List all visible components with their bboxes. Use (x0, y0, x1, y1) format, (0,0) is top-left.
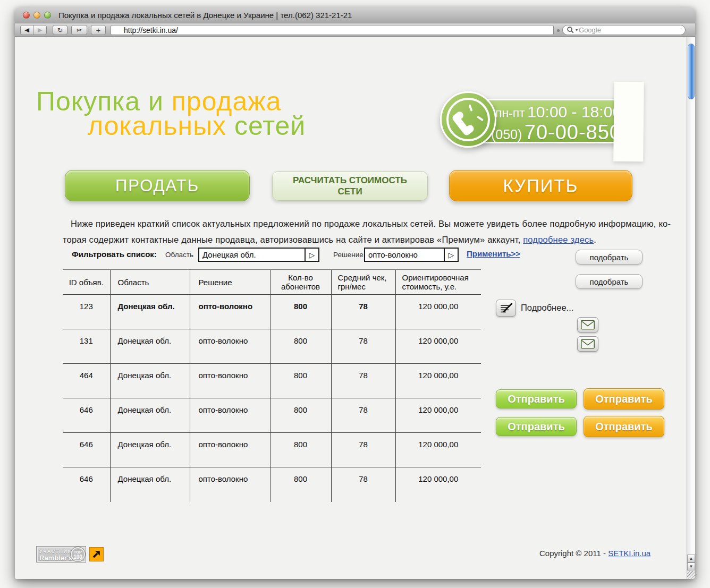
url-input[interactable] (111, 26, 553, 35)
header-cost: Ориентировочная стоимость, у.е. (395, 270, 481, 295)
send-button-green-1[interactable]: Отправить (496, 389, 577, 408)
send-button-green-2[interactable]: Отправить (496, 417, 577, 436)
table-row[interactable]: 646 Донецкая обл. опто-волокно 800 78 12… (63, 433, 481, 467)
details-label: Подробнее... (521, 303, 573, 313)
filter-label: Фильтровать список: (72, 250, 157, 259)
phone-icon-circle (440, 91, 496, 148)
work-time: 10:00 - 18:00 (527, 103, 621, 121)
send-button-orange-1[interactable]: Отправить (584, 388, 664, 410)
minimize-button[interactable] (33, 12, 40, 19)
details-button[interactable] (496, 300, 516, 317)
phone-prefix: (050) (491, 127, 522, 142)
header-avg-check: Средний чек, грн/мес (331, 270, 395, 295)
mail-button-1[interactable] (577, 317, 598, 333)
header-region: Область (110, 270, 190, 295)
mail-button-2[interactable] (577, 336, 598, 352)
header-id: ID объяв. (63, 270, 110, 295)
add-button[interactable]: + (91, 25, 106, 35)
region-label: Область (165, 251, 193, 259)
search-icon (567, 26, 574, 34)
rambler-top100-badge[interactable]: УЧАСТНИК Rambler's TOP 100 (36, 546, 86, 563)
table-row[interactable]: 646 Донецкая обл. опто-волокно 800 78 12… (63, 467, 481, 502)
titlebar: Покупка и продажа локальных сетей в Доне… (15, 7, 695, 23)
table-row[interactable]: 123 Донецкая обл. опто-волокно 800 78 12… (63, 295, 481, 329)
browser-window: Покупка и продажа локальных сетей в Доне… (15, 7, 695, 579)
phone-badge: пн-пт 10:00 - 18:00 (050) 70-00-850 (440, 90, 637, 151)
details-here-link[interactable]: подробнее здесь (523, 235, 594, 244)
table-row[interactable]: 464 Донецкая обл. опто-волокно 800 78 12… (63, 364, 481, 398)
liveinternet-counter-badge[interactable] (89, 547, 104, 561)
paper-strip-decoration (613, 82, 644, 162)
scroll-down-button[interactable]: ▼ (687, 563, 695, 570)
window-controls (15, 12, 51, 19)
table-row[interactable]: 646 Донецкая обл. опто-волокно 800 78 12… (63, 398, 481, 433)
search-bar: ▾ (562, 25, 686, 35)
rambler-top100-circle: TOP 100 (71, 547, 85, 561)
send-button-orange-2[interactable]: Отправить (584, 416, 664, 437)
logo-word-lokalnykh: локальных (88, 111, 226, 141)
phone-number: 70-00-850 (525, 121, 621, 143)
resize-grip[interactable] (687, 571, 695, 579)
calculate-cost-button[interactable]: РАСЧИТАТЬ СТОИМОСТЬ СЕТИ (272, 171, 428, 201)
envelope-icon (580, 339, 595, 349)
work-days: пн-пт (495, 106, 525, 120)
logo-word-setey: сетей (234, 111, 306, 141)
solution-select-arrow-icon[interactable]: ▷ (444, 249, 458, 261)
address-bar (111, 25, 554, 35)
nav-buttons: ◀ ▶ (20, 25, 47, 35)
reload-button[interactable]: ↻ (53, 25, 67, 35)
zoom-button[interactable] (44, 12, 51, 19)
logo-line2: локальных сетей (88, 114, 306, 138)
solution-label: Решение (333, 251, 364, 259)
calc-line1: РАСЧИТАТЬ СТОИМОСТЬ (293, 175, 407, 186)
window-title: Покупка и продажа локальных сетей в Доне… (58, 11, 352, 20)
buy-button[interactable]: КУПИТЬ (449, 170, 632, 201)
pick-button-1[interactable]: подобрать (576, 250, 643, 265)
table-row[interactable]: 131 Донецкая обл. опто-волокно 800 78 12… (63, 329, 481, 364)
site-logo: Покупка и продажа локальных сетей (36, 89, 306, 138)
browser-toolbar: ◀ ▶ ↻ ✂ + ▾ (15, 23, 695, 37)
intro-line1: Ниже приведен краткий список актуальных … (63, 216, 671, 232)
intro-paragraph: Ниже приведен краткий список актуальных … (63, 216, 671, 248)
table-header-row: ID объяв. Область Решение Кол-во абонент… (63, 270, 481, 295)
header-subscribers: Кол-во абонентов (270, 270, 331, 295)
search-engine-dropdown-icon[interactable]: ▾ (576, 28, 578, 32)
intro-line2: торая содержит контактные данные продавц… (63, 232, 671, 248)
copyright-link[interactable]: SETKI.in.ua (608, 549, 650, 558)
toolbar-divider-dot (557, 29, 560, 32)
header-solution: Решение (190, 270, 270, 295)
work-hours: пн-пт 10:00 - 18:00 (491, 103, 621, 121)
region-select-value: Донецкая обл. (199, 249, 305, 261)
pick-button-2[interactable]: подобрать (576, 274, 643, 289)
solution-select-value: опто-волокно (365, 249, 444, 261)
close-button[interactable] (23, 12, 30, 19)
search-input[interactable] (579, 26, 685, 34)
offers-table: ID объяв. Область Решение Кол-во абонент… (63, 269, 481, 502)
arrow-up-right-icon (91, 549, 102, 559)
logo-line1: Покупка и продажа (36, 89, 306, 114)
apply-filter-link[interactable]: Применить>> (467, 249, 520, 258)
sell-button[interactable]: ПРОДАТЬ (65, 170, 250, 201)
forward-button[interactable]: ▶ (34, 25, 47, 35)
phone-number-line: (050) 70-00-850 (491, 121, 621, 144)
note-edit-icon (498, 302, 513, 314)
copyright: Copyright © 2011 - SETKI.in.ua (539, 549, 650, 558)
vertical-scrollbar[interactable]: ▲ ▼ (687, 37, 695, 579)
page-content: Покупка и продажа локальных сетей пн-пт … (15, 37, 695, 579)
envelope-icon (580, 320, 595, 330)
solution-select[interactable]: опто-волокно ▷ (364, 248, 459, 262)
calc-line2: СЕТИ (293, 186, 407, 197)
region-select[interactable]: Донецкая обл. ▷ (198, 248, 319, 262)
phone-badge-text: пн-пт 10:00 - 18:00 (050) 70-00-850 (491, 103, 621, 144)
scrollbar-thumb[interactable] (688, 44, 695, 99)
scroll-up-button[interactable]: ▲ (687, 555, 695, 563)
back-button[interactable]: ◀ (21, 25, 34, 35)
region-select-arrow-icon[interactable]: ▷ (305, 249, 318, 261)
webclip-button[interactable]: ✂ (71, 25, 87, 35)
